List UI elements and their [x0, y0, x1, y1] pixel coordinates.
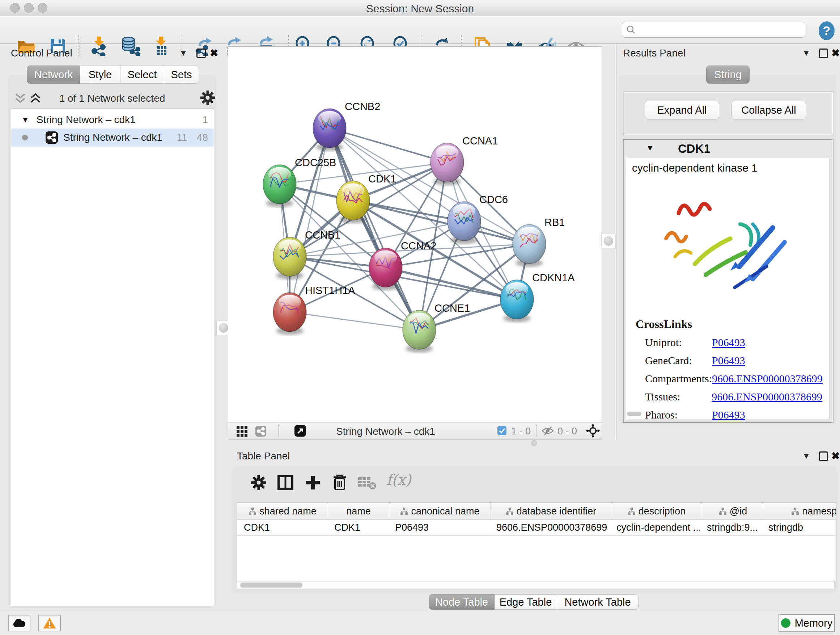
tab-node-table[interactable]: Node Table — [429, 594, 494, 610]
network-collection-row[interactable]: ▼ String Network – cdk1 1 — [11, 109, 214, 128]
network-view-icon[interactable] — [255, 425, 267, 437]
crosslink-label: Pharos: — [645, 409, 712, 421]
column-header-namespace[interactable]: namespace — [764, 503, 836, 519]
table-cell[interactable]: stringdb — [762, 519, 836, 535]
network-row-label: String Network – cdk1 — [63, 132, 163, 143]
show-column-icon[interactable] — [277, 474, 294, 491]
column-header-name[interactable]: name — [328, 503, 389, 519]
column-header-canonical-name[interactable]: canonical name — [389, 503, 491, 519]
table-cell[interactable]: CDK1 — [237, 519, 328, 535]
expand-all-button[interactable]: Expand All — [645, 101, 719, 119]
memory-status-dot-icon — [781, 618, 790, 628]
results-panel-float-icon[interactable] — [819, 49, 828, 58]
crosslink-row: GeneCard:P06493 — [645, 355, 822, 367]
memory-button[interactable]: Memory — [778, 614, 835, 632]
table-panel-title: Table Panel — [237, 450, 290, 462]
hidden-count: 0 - 0 — [557, 426, 577, 437]
application-window: Session: New Session — [0, 0, 840, 635]
network-row-selected[interactable]: String Network – cdk1 11 48 — [11, 128, 214, 147]
node-label: CCNE1 — [434, 302, 470, 314]
tree-expand-icon[interactable]: ▼ — [21, 115, 29, 125]
column-header--id[interactable]: @id — [702, 503, 764, 519]
control-panel-close-icon[interactable]: ✖ — [210, 47, 218, 59]
crosslinks-list: Uniprot:P06493GeneCard:P06493Compartment… — [645, 336, 822, 427]
table-row[interactable]: CDK1CDK1P064939606.ENSP00000378699cyclin… — [237, 519, 836, 536]
tab-edge-table[interactable]: Edge Table — [494, 594, 557, 610]
delete-table-icon[interactable] — [357, 476, 377, 490]
table-cell[interactable]: 9606.ENSP00000378699 — [490, 519, 610, 535]
tab-sets[interactable]: Sets — [164, 65, 199, 84]
results-panel-title: Results Panel — [623, 48, 685, 59]
table-splitter-handle[interactable] — [531, 440, 537, 446]
crosslink-value-link[interactable]: P06493 — [712, 336, 745, 348]
crosslink-value-link[interactable]: 9606.ENSP00000378699 — [712, 372, 823, 385]
birds-eye-view-icon[interactable] — [294, 424, 306, 437]
control-panel-title: Control Panel — [11, 48, 73, 59]
node-table[interactable]: shared namenamecanonical namedatabase id… — [237, 502, 836, 581]
network-collection-label: String Network – cdk1 — [36, 114, 136, 126]
tab-network[interactable]: Network — [27, 65, 80, 84]
result-card-header[interactable]: ▼ CDK1 — [624, 140, 833, 157]
network-options-gear-icon[interactable] — [200, 90, 216, 106]
table-cell[interactable]: CDK1 — [328, 519, 388, 535]
collapse-all-button[interactable]: Collapse All — [731, 101, 806, 119]
control-panel-float-icon[interactable] — [196, 49, 206, 58]
import-network-from-database-icon[interactable] — [120, 36, 141, 56]
table-options-gear-icon[interactable] — [250, 474, 267, 491]
function-builder-icon[interactable]: f(x) — [386, 471, 411, 488]
column-network-icon — [628, 507, 636, 515]
network-collection-count: 1 — [202, 114, 208, 126]
search-input[interactable] — [636, 24, 801, 36]
search-box[interactable] — [622, 22, 805, 38]
crosslink-value-link[interactable]: P06493 — [712, 409, 745, 421]
right-splitter-handle[interactable] — [601, 234, 616, 249]
node-label: CDK1 — [368, 173, 396, 185]
crosslink-label: Uniprot: — [645, 336, 712, 348]
collapse-all-icon[interactable] — [14, 91, 27, 106]
network-canvas[interactable]: CCNB2CCNA1CDC25BCDK1CDC6RB1CCNB1CCNA2CDK… — [228, 46, 602, 423]
column-network-icon — [791, 507, 799, 515]
table-cell[interactable]: cyclin-dependent ... — [610, 519, 700, 535]
warnings-button[interactable] — [38, 615, 61, 631]
import-table-icon[interactable] — [151, 36, 171, 56]
table-panel-close-icon[interactable]: ✖ — [831, 450, 840, 462]
crosslink-value-link[interactable]: P06493 — [712, 355, 745, 367]
delete-column-trash-icon[interactable] — [332, 473, 348, 491]
expand-all-icon[interactable] — [29, 91, 42, 106]
results-panel-menu-icon[interactable]: ▼ — [802, 49, 810, 58]
table-panel-menu-icon[interactable]: ▼ — [802, 451, 810, 461]
import-network-icon[interactable] — [89, 36, 109, 56]
table-cell[interactable]: P06493 — [388, 519, 490, 535]
crosslink-value-link[interactable]: 9606.ENSP00000378699 — [712, 391, 822, 403]
results-actions-panel: Expand All Collapse All — [623, 91, 834, 135]
cloud-status-button[interactable] — [8, 615, 30, 631]
crosslink-row: Tissues:9606.ENSP00000378699 — [645, 391, 822, 403]
column-header-database-identifier[interactable]: database identifier — [491, 503, 611, 519]
table-hscrollbar-thumb[interactable] — [240, 583, 302, 587]
crosslink-label: GeneCard: — [645, 355, 712, 367]
result-gene-title: CDK1 — [678, 142, 711, 156]
collapse-section-icon[interactable]: ▼ — [646, 143, 654, 153]
table-hscrollbar-track[interactable] — [237, 581, 834, 589]
tab-select[interactable]: Select — [120, 65, 164, 84]
network-tree: ▼ String Network – cdk1 1 String Network… — [11, 109, 214, 606]
tab-string[interactable]: String — [706, 65, 750, 84]
column-header-shared-name[interactable]: shared name — [237, 503, 328, 519]
column-header-description[interactable]: description — [611, 503, 702, 519]
results-panel-close-icon[interactable]: ✖ — [831, 47, 840, 59]
tab-style[interactable]: Style — [80, 65, 120, 84]
help-icon[interactable]: ? — [817, 21, 836, 41]
create-column-icon[interactable] — [305, 474, 321, 491]
tab-network-table[interactable]: Network Table — [557, 594, 638, 610]
toolbar-separator — [78, 35, 79, 57]
fit-content-crosshair-icon[interactable] — [586, 424, 600, 438]
results-hscrollbar[interactable] — [627, 412, 641, 416]
node-label: CCNA1 — [462, 135, 498, 147]
control-panel-menu-icon[interactable]: ▼ — [180, 49, 187, 58]
table-cell[interactable]: stringdb:9... — [700, 519, 762, 535]
table-panel-float-icon[interactable] — [819, 451, 828, 461]
grid-view-icon[interactable] — [236, 425, 248, 437]
table-splitter[interactable] — [228, 440, 840, 446]
selected-checkbox-icon[interactable] — [497, 426, 507, 435]
network-edge-count: 48 — [197, 132, 208, 143]
